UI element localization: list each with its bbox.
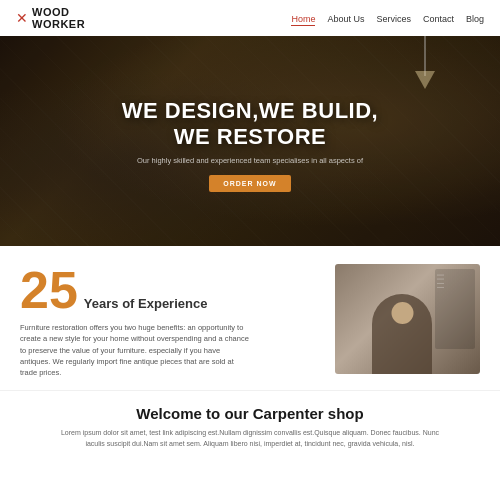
nav-item-blog[interactable]: Blog bbox=[466, 13, 484, 24]
lamp-decoration bbox=[410, 36, 440, 96]
nav-item-services[interactable]: Services bbox=[376, 13, 411, 24]
experience-label: Years of Experience bbox=[84, 296, 208, 311]
experience-content: 25 Years of Experience Furniture restora… bbox=[20, 264, 319, 378]
tool-rack-decoration bbox=[435, 269, 475, 349]
hero-content: WE DESIGN,WE BULID, WE RESTORE Our highl… bbox=[122, 98, 378, 193]
order-now-button[interactable]: ORDER NOW bbox=[209, 175, 290, 192]
experience-image bbox=[335, 264, 480, 374]
experience-number: 25 bbox=[20, 264, 78, 316]
logo[interactable]: ✕ WOOD WORKER bbox=[16, 6, 85, 30]
logo-icon: ✕ bbox=[16, 10, 28, 26]
nav-item-contact[interactable]: Contact bbox=[423, 13, 454, 24]
nav-links: Home About Us Services Contact Blog bbox=[291, 13, 484, 24]
experience-section: 25 Years of Experience Furniture restora… bbox=[0, 246, 500, 390]
hero-section: WE DESIGN,WE BULID, WE RESTORE Our highl… bbox=[0, 36, 500, 246]
welcome-description: Lorem ipsum dolor sit amet, test link ad… bbox=[60, 428, 440, 449]
logo-text: WOOD WORKER bbox=[32, 6, 85, 30]
welcome-section: Welcome to our Carpenter shop Lorem ipsu… bbox=[0, 390, 500, 463]
nav-item-home[interactable]: Home bbox=[291, 13, 315, 24]
experience-description: Furniture restoration offers you two hug… bbox=[20, 322, 250, 378]
navbar: ✕ WOOD WORKER Home About Us Services Con… bbox=[0, 0, 500, 36]
nav-item-about[interactable]: About Us bbox=[327, 13, 364, 24]
hero-title: WE DESIGN,WE BULID, WE RESTORE bbox=[122, 98, 378, 151]
welcome-title: Welcome to our Carpenter shop bbox=[20, 405, 480, 422]
experience-number-row: 25 Years of Experience bbox=[20, 264, 319, 316]
hero-subtitle: Our highly skilled and experienced team … bbox=[122, 156, 378, 165]
